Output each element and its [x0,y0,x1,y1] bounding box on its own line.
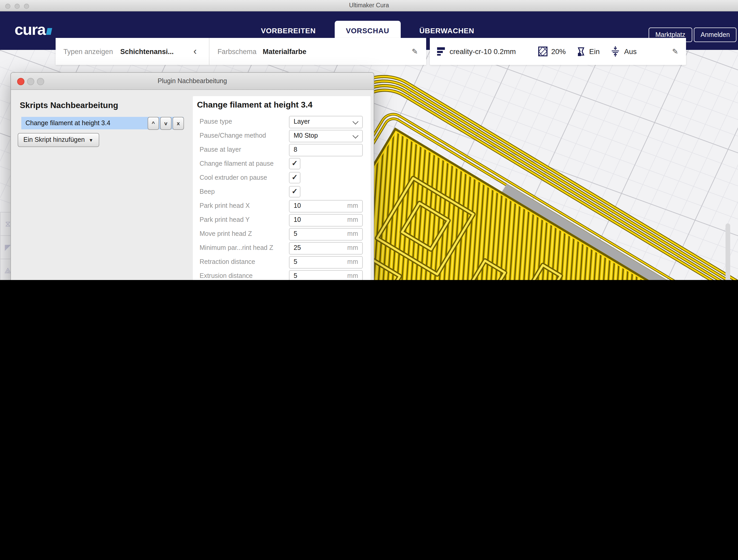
form-row: Pause/Change methodM0 Stop [193,129,371,143]
field-label: Cool extruder on pause [200,174,267,181]
form-row: Retraction distance5mm [193,255,371,269]
window-zoom-icon[interactable] [24,4,29,9]
field-select[interactable]: M0 Stop [289,130,363,142]
field-value: 5 [294,230,297,237]
field-value: 8 [294,146,297,153]
app-window: Ultimaker Cura cura VORBEREITENVORSCHAUÜ… [0,0,738,280]
infill-value: 20% [551,47,566,56]
signin-button[interactable]: Anmelden [694,28,737,42]
field-unit: mm [347,244,358,251]
dialog-zoom-icon[interactable] [37,78,44,85]
field-label: Extrusion distance [200,272,253,279]
field-input[interactable]: 10mm [289,200,363,212]
remove-script-button[interactable]: x [172,117,184,130]
field-value: 10 [294,216,301,223]
field-label: Park print head X [200,202,250,209]
chevron-down-icon [353,133,359,139]
field-label: Minimum par...rint head Z [200,244,273,251]
field-value: 25 [294,244,301,251]
logo-dot-icon [46,28,52,35]
script-settings-card: Change filament at height 3.4 Pause type… [193,96,371,280]
color-scheme-value[interactable]: Materialfarbe [263,48,306,55]
field-input[interactable]: 25mm [289,242,363,254]
field-label: Beep [200,188,215,195]
edit-print-settings-pencil-icon[interactable]: ✎ [672,47,678,56]
dialog-titlebar[interactable]: Plugin Nachbearbeitung [11,73,374,90]
field-checkbox[interactable]: ✓ [289,186,300,197]
move-script-up-button[interactable]: ^ [147,117,159,130]
field-unit: mm [347,202,358,209]
field-unit: mm [347,216,358,223]
field-input[interactable]: 8 [289,144,363,156]
scripts-heading: Skripts Nachbearbeitung [20,101,118,110]
field-label: Pause at layer [200,146,241,153]
field-label: Pause type [200,118,232,125]
profile-layers-icon [437,46,445,57]
window-close-icon[interactable] [5,4,10,9]
field-unit: mm [347,230,358,237]
form-row: Minimum par...rint head Z25mm [193,241,371,255]
view-type-value[interactable]: Schichtenansi... [120,48,174,55]
layer-slider-track[interactable] [726,223,730,280]
field-input[interactable]: 5mm [289,228,363,240]
divider [209,38,210,65]
field-label: Change filament at pause [200,160,274,167]
printer-profile-value: creality-cr-10 0.2mm [449,47,516,56]
field-value: 5 [294,272,297,279]
tab-überwachen[interactable]: ÜBERWACHEN [408,21,486,40]
edit-view-pencil-icon[interactable]: ✎ [412,47,418,56]
infill-icon [537,46,547,57]
color-scheme-label: Farbschema [218,48,257,55]
adhesion-value: Aus [624,47,637,56]
script-item-label: Change filament at height 3.4 [21,119,110,127]
field-label: Move print head Z [200,230,252,237]
post-processing-dialog: Plugin Nachbearbeitung Skripts Nachbearb… [10,72,374,280]
add-script-button[interactable]: Ein Skript hinzufügen ▼ [18,133,99,147]
tab-vorschau[interactable]: VORSCHAU [334,21,401,40]
field-input[interactable]: 10mm [289,214,363,226]
form-row: Park print head X10mm [193,199,371,213]
window-titlebar: Ultimaker Cura [0,0,738,11]
cura-logo: cura [15,21,52,38]
add-script-label: Ein Skript hinzufügen [23,136,85,143]
field-label: Retraction distance [200,258,255,265]
field-unit: mm [347,272,358,279]
tab-vorbereiten[interactable]: VORBEREITEN [250,21,327,40]
dialog-close-icon[interactable] [17,78,24,85]
form-row: Beep✓ [193,185,371,199]
script-form-title: Change filament at height 3.4 [197,100,313,110]
window-minimize-icon[interactable] [15,4,20,9]
field-checkbox[interactable]: ✓ [289,172,300,183]
field-value: 5 [294,258,297,265]
move-script-down-button[interactable]: v [160,117,171,130]
field-checkbox[interactable]: ✓ [289,158,300,169]
field-label: Pause/Change method [200,132,266,139]
collapse-chevron-icon[interactable]: ‹ [193,49,197,54]
form-row: Extrusion distance5mm [193,269,371,280]
form-row: Cool extruder on pause✓ [193,171,371,185]
support-icon [576,46,586,57]
support-value: Ein [589,47,600,56]
chevron-down-icon [353,119,359,125]
field-value: 10 [294,202,301,209]
field-input[interactable]: 5mm [289,270,363,280]
dialog-title: Plugin Nachbearbeitung [11,73,374,89]
dialog-minimize-icon[interactable] [27,78,34,85]
window-title: Ultimaker Cura [0,0,738,11]
form-row: Pause typeLayer [193,115,371,129]
dropdown-arrow-icon: ▼ [89,138,93,143]
field-label: Park print head Y [200,216,250,223]
form-row: Pause at layer8 [193,143,371,157]
script-item-actions: ^ v x [147,117,184,130]
form-row: Change filament at pause✓ [193,157,371,171]
print-settings-panel[interactable]: creality-cr-10 0.2mm 20% Ein Aus ✎ [430,38,686,65]
field-value: Layer [294,118,310,125]
view-settings-panel: Typen anzeigen Schichtenansi... ‹ Farbsc… [56,38,426,65]
form-row: Park print head Y10mm [193,213,371,227]
field-select[interactable]: Layer [289,116,363,128]
adhesion-icon [610,46,621,57]
field-value: M0 Stop [294,132,318,139]
field-input[interactable]: 5mm [289,256,363,268]
form-row: Move print head Z5mm [193,227,371,241]
view-type-label: Typen anzeigen [63,48,113,55]
